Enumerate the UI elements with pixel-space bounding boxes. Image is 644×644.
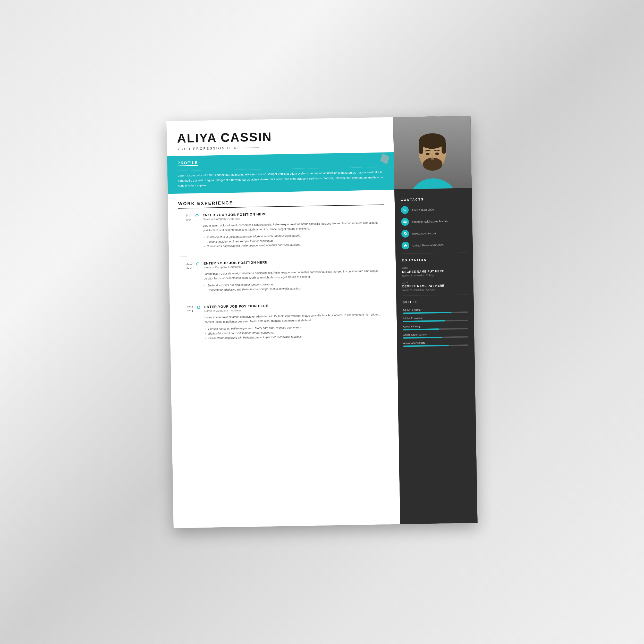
profile-photo-area bbox=[393, 116, 472, 189]
work-year-end-1: 2014 bbox=[179, 217, 191, 222]
profile-text-area: Lorem ipsum dolor sit amet, consectetur … bbox=[167, 167, 394, 194]
edu-degree-2: DEGREE NAME PUT HERE bbox=[402, 283, 467, 288]
website-icon bbox=[401, 230, 409, 238]
website-svg bbox=[403, 232, 407, 235]
skill-bar-fill-2 bbox=[403, 320, 445, 322]
skill-entry-3: Adobe InDesign bbox=[403, 324, 468, 330]
contact-phone-item: +123 45678 9000 bbox=[401, 205, 466, 214]
work-content-2: ENTER YOUR JOB POSITION HERE Name of Com… bbox=[204, 258, 386, 292]
contact-phone-text: +123 45678 9000 bbox=[412, 208, 434, 211]
candidate-name: ALIYA CASSIN bbox=[177, 128, 383, 146]
skill-bar-bg-5 bbox=[403, 344, 468, 347]
profile-text: Lorem ipsum dolor sit amet, consectetur … bbox=[178, 170, 384, 189]
resume-document: ALIYA CASSIN YOUR PROFESSION HERE PROFIL… bbox=[166, 116, 477, 528]
contact-email-item: examplemail@example.com bbox=[401, 217, 466, 226]
profile-photo-placeholder bbox=[393, 116, 472, 189]
dark-info-section: CONTACTS +123 45678 9000 examplemail@exa… bbox=[394, 188, 478, 524]
contacts-title: CONTACTS bbox=[401, 197, 466, 201]
svg-rect-5 bbox=[419, 141, 423, 154]
work-year-start-2: 2010 bbox=[179, 261, 192, 266]
work-years-2: 2010 2014 bbox=[179, 261, 193, 293]
skill-entry-1: Adobe Illustrator bbox=[403, 308, 468, 314]
email-icon bbox=[401, 218, 409, 226]
location-icon bbox=[402, 242, 410, 250]
skills-title: SKILLS bbox=[403, 299, 468, 304]
email-svg bbox=[403, 220, 407, 224]
work-dot-icon-2 bbox=[196, 262, 199, 265]
work-section-title: WORK EXPERIENCE bbox=[178, 198, 384, 208]
contact-location-text: United States of America bbox=[412, 243, 444, 247]
work-dot-icon-1 bbox=[196, 214, 199, 217]
contact-website-item: www.example.com bbox=[401, 229, 466, 238]
phone-icon bbox=[401, 206, 409, 214]
work-entry-1: 2010 2014 ENTER YOUR JOB POSITION HERE N… bbox=[179, 210, 385, 249]
skill-bar-bg-4 bbox=[403, 336, 468, 338]
right-column: CONTACTS +123 45678 9000 examplemail@exa… bbox=[393, 116, 478, 524]
skill-name-5: Adove After Effects bbox=[403, 341, 468, 344]
work-content-3: ENTER YOUR JOB POSITION HERE Name of Com… bbox=[204, 302, 387, 341]
work-content-1: ENTER YOUR JOB POSITION HERE Name of Com… bbox=[203, 210, 385, 249]
work-years-3: 2010 2014 bbox=[180, 305, 193, 341]
profile-photo-svg bbox=[393, 116, 472, 189]
edu-entry-2: 2016 DEGREE NAME PUT HERE Name of Univer… bbox=[402, 280, 467, 291]
skill-name-3: Adobe InDesign bbox=[403, 324, 468, 328]
work-divider-2 bbox=[180, 300, 188, 300]
work-desc-2: Lorem ipsum dolor sit amet, consectetur … bbox=[204, 268, 386, 281]
work-dot-icon-3 bbox=[197, 306, 200, 309]
skill-name-4: Adobe Dreamweaver bbox=[403, 332, 468, 336]
work-year-end-3: 2014 bbox=[180, 309, 193, 314]
header-area: ALIYA CASSIN YOUR PROFESSION HERE bbox=[166, 117, 394, 151]
work-year-start-1: 2010 bbox=[179, 213, 191, 218]
skill-entry-2: Adobe Photoshop bbox=[403, 316, 468, 322]
work-entry-2: 2010 2014 ENTER YOUR JOB POSITION HERE N… bbox=[179, 258, 386, 293]
work-dot-3 bbox=[197, 305, 201, 341]
work-bullets-3: Porttitor lectus ut, pellentesque sem. M… bbox=[205, 324, 387, 341]
profession-line-divider bbox=[244, 147, 259, 148]
work-desc-1: Lorem ipsum dolor sit amet, consectetur … bbox=[203, 220, 385, 233]
edu-entry-1: 2016 DEGREE NAME PUT HERE Name of Univer… bbox=[402, 266, 467, 277]
phone-svg bbox=[403, 208, 406, 212]
work-dot-2 bbox=[196, 261, 200, 293]
location-svg bbox=[404, 244, 407, 247]
work-dot-1 bbox=[196, 213, 199, 249]
contact-location-item: United States of America bbox=[402, 241, 467, 249]
name-block: ALIYA CASSIN YOUR PROFESSION HERE bbox=[177, 128, 383, 151]
edu-school-1: Name of University / College bbox=[402, 273, 467, 277]
work-years-1: 2010 2014 bbox=[179, 213, 192, 249]
skill-bar-bg-1 bbox=[403, 311, 468, 314]
skill-bar-fill-5 bbox=[403, 345, 449, 347]
contact-email-text: examplemail@example.com bbox=[412, 219, 448, 223]
education-title: EDUCATION bbox=[402, 257, 467, 262]
skill-bar-fill-3 bbox=[403, 328, 439, 330]
skill-entry-4: Adobe Dreamweaver bbox=[403, 332, 468, 338]
work-year-end-2: 2014 bbox=[179, 266, 192, 270]
work-year-start-3: 2010 bbox=[180, 305, 193, 310]
skill-bar-fill-4 bbox=[403, 337, 442, 339]
profession-text: YOUR PROFESSION HERE bbox=[177, 146, 241, 151]
edu-divider bbox=[402, 294, 467, 296]
skill-entry-5: Adove After Effects bbox=[403, 341, 468, 347]
work-desc-3: Lorem ipsum dolor sit amet, consectetur … bbox=[204, 312, 386, 325]
work-bullets-2: Eleifend tincidunt orci sed semper tempo… bbox=[204, 280, 386, 293]
left-column: ALIYA CASSIN YOUR PROFESSION HERE PROFIL… bbox=[166, 117, 400, 528]
work-entry-3: 2010 2014 ENTER YOUR JOB POSITION HERE N… bbox=[180, 302, 387, 341]
contact-divider bbox=[402, 252, 467, 254]
skill-bar-bg-3 bbox=[403, 328, 468, 330]
skill-name-1: Adobe Illustrator bbox=[403, 308, 468, 311]
edu-school-2: Name of University / College bbox=[402, 287, 467, 291]
edu-degree-1: DEGREE NAME PUT HERE bbox=[402, 269, 467, 274]
contact-website-text: www.example.com bbox=[412, 232, 436, 235]
skill-name-2: Adobe Photoshop bbox=[403, 316, 468, 320]
work-bullets-1: Porttitor lectus ut, pellentesque sem. M… bbox=[203, 232, 385, 249]
work-divider-1 bbox=[179, 256, 187, 257]
profile-label: PROFILE bbox=[177, 160, 198, 166]
skill-bar-fill-1 bbox=[403, 312, 451, 314]
svg-rect-6 bbox=[442, 141, 446, 154]
skill-bar-bg-2 bbox=[403, 320, 468, 322]
profile-diamond-decoration bbox=[380, 153, 389, 164]
work-experience-section: WORK EXPERIENCE 2010 2014 ENTER YOUR JOB… bbox=[168, 190, 400, 528]
